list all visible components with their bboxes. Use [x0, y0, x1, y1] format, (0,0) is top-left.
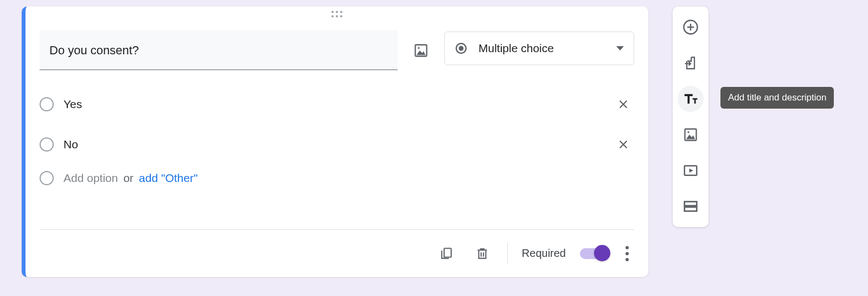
section-icon	[682, 198, 699, 215]
add-image-button[interactable]	[409, 38, 433, 63]
copy-icon	[439, 247, 454, 261]
svg-point-4	[459, 46, 464, 51]
tooltip: Add title and description	[720, 87, 834, 109]
required-label: Required	[522, 247, 566, 260]
add-other-button[interactable]: add "Other"	[139, 172, 197, 185]
divider	[507, 243, 508, 264]
svg-rect-13	[685, 207, 697, 211]
radio-circle-icon	[40, 97, 54, 111]
import-questions-button[interactable]	[678, 50, 704, 76]
svg-marker-1	[417, 51, 425, 55]
question-type-select[interactable]: Multiple choice	[444, 32, 634, 65]
close-icon	[617, 138, 629, 150]
options-list: Yes No Add option or add "Other"	[40, 91, 634, 185]
option-text[interactable]: Yes	[63, 98, 612, 111]
remove-option-button[interactable]	[612, 134, 634, 155]
add-video-button[interactable]	[678, 158, 704, 184]
add-option-row: Add option or add "Other"	[40, 171, 634, 185]
drag-handle-icon[interactable]	[331, 11, 342, 17]
image-icon	[413, 43, 429, 58]
video-icon	[682, 162, 699, 179]
duplicate-button[interactable]	[436, 243, 457, 264]
svg-marker-11	[690, 168, 694, 173]
required-toggle[interactable]	[580, 248, 608, 259]
remove-option-button[interactable]	[612, 93, 634, 115]
import-icon	[683, 55, 698, 71]
svg-point-9	[687, 131, 689, 133]
question-type-label: Multiple choice	[478, 42, 605, 55]
question-title-field[interactable]	[40, 30, 398, 70]
chevron-down-icon	[616, 46, 624, 51]
plus-circle-icon	[682, 19, 699, 35]
svg-marker-8	[686, 135, 695, 139]
svg-rect-5	[444, 248, 451, 257]
image-icon	[683, 127, 698, 142]
more-options-button[interactable]	[622, 243, 632, 264]
option-row[interactable]: Yes	[40, 91, 634, 118]
close-icon	[617, 98, 629, 110]
question-footer: Required	[40, 229, 634, 277]
toggle-knob	[594, 245, 610, 261]
question-card: Multiple choice Yes No Add option or add…	[22, 7, 648, 277]
text-icon	[682, 91, 699, 107]
add-question-button[interactable]	[678, 14, 704, 40]
delete-button[interactable]	[471, 243, 493, 264]
radio-circle-icon	[40, 137, 54, 152]
question-top-row: Multiple choice	[40, 30, 634, 70]
add-option-button[interactable]: Add option	[63, 172, 118, 185]
question-title-input[interactable]	[49, 43, 388, 58]
add-section-button[interactable]	[678, 193, 704, 219]
add-image-toolbar-button[interactable]	[678, 122, 704, 148]
option-row[interactable]: No	[40, 131, 634, 158]
trash-icon	[475, 247, 489, 261]
or-text: or	[123, 172, 133, 185]
svg-rect-12	[685, 201, 697, 206]
add-title-description-button[interactable]	[678, 86, 704, 112]
floating-toolbar	[673, 7, 709, 227]
svg-point-2	[418, 47, 419, 49]
radio-icon	[455, 42, 468, 55]
option-text[interactable]: No	[63, 138, 612, 151]
radio-circle-icon	[40, 171, 54, 185]
